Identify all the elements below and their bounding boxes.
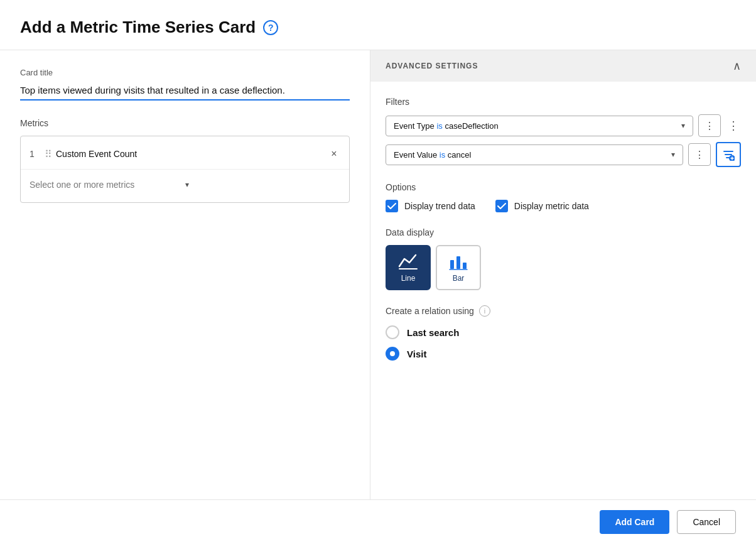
metric-data-label: Display metric data — [514, 201, 589, 211]
trend-data-label: Display trend data — [404, 201, 475, 211]
metrics-label: Metrics — [20, 118, 350, 128]
metrics-divider — [21, 169, 349, 170]
data-display-section: Data display Line — [386, 227, 741, 290]
filter1-more-button[interactable]: ⋮ — [698, 114, 721, 137]
add-filter-button[interactable] — [716, 142, 741, 167]
chart-option-line[interactable]: Line — [386, 245, 431, 290]
filter1-text: Event Type is caseDeflection — [394, 121, 499, 131]
filter2-more-button[interactable]: ⋮ — [688, 143, 711, 166]
svg-rect-2 — [450, 260, 454, 269]
left-panel: Card title Metrics 1 ⠿ Custom Event Coun… — [0, 50, 370, 499]
chart-option-bar[interactable]: Bar — [436, 245, 481, 290]
drag-handle-icon[interactable]: ⠿ — [45, 148, 51, 160]
chart-bar-label: Bar — [453, 274, 465, 283]
help-icon[interactable]: ? — [263, 20, 278, 35]
option-metric-data: Display metric data — [495, 200, 589, 212]
relation-info-icon[interactable]: i — [479, 305, 490, 317]
relation-section: Create a relation using i Last search Vi… — [386, 305, 741, 361]
radio-visit-label: Visit — [407, 349, 426, 359]
modal-footer: Add Card Cancel — [0, 499, 756, 544]
modal-header: Add a Metric Time Series Card ? — [0, 0, 756, 50]
collapse-icon: ∧ — [733, 59, 741, 73]
modal-title: Add a Metric Time Series Card — [20, 18, 256, 37]
filter-pill-2[interactable]: Event Value is cancel ▾ — [386, 144, 683, 165]
metric-item: 1 ⠿ Custom Event Count × — [21, 141, 349, 166]
svg-rect-3 — [456, 256, 460, 269]
data-display-label: Data display — [386, 227, 741, 237]
radio-visit: Visit — [386, 347, 741, 361]
add-card-button[interactable]: Add Card — [600, 510, 669, 534]
options-label: Options — [386, 182, 741, 192]
card-title-label: Card title — [20, 68, 350, 77]
chart-options: Line Bar — [386, 245, 741, 290]
radio-last-search: Last search — [386, 325, 741, 339]
filters-label: Filters — [386, 97, 741, 107]
filter-row-1: Event Type is caseDeflection ▾ ⋮ ⋮ — [386, 114, 741, 137]
filter-row-2: Event Value is cancel ▾ ⋮ — [386, 142, 741, 167]
card-title-input[interactable] — [20, 82, 350, 101]
modal-body: Card title Metrics 1 ⠿ Custom Event Coun… — [0, 50, 756, 499]
metrics-container: 1 ⠿ Custom Event Count × Select one or m… — [20, 136, 350, 203]
cancel-button[interactable]: Cancel — [677, 510, 736, 534]
options-row: Display trend data Display metric data — [386, 200, 741, 212]
radio-visit-button[interactable] — [386, 347, 399, 361]
filter2-text: Event Value is cancel — [394, 150, 471, 160]
advanced-settings-header[interactable]: ADVANCED SETTINGS ∧ — [370, 50, 756, 82]
select-metrics-dropdown[interactable]: Select one or more metrics ▾ — [21, 172, 349, 197]
options-section: Options Display trend data — [386, 182, 741, 212]
trend-data-checkbox[interactable] — [386, 200, 398, 212]
radio-last-search-button[interactable] — [386, 325, 399, 339]
chevron-down-icon: ▾ — [185, 180, 341, 189]
metric-name: Custom Event Count — [56, 149, 323, 159]
radio-last-search-label: Last search — [407, 327, 459, 338]
relation-label: Create a relation using — [386, 306, 474, 316]
metric-remove-button[interactable]: × — [328, 148, 340, 160]
filters-section: Filters Event Type is caseDeflection ▾ ⋮… — [386, 97, 741, 167]
filter-pill-1[interactable]: Event Type is caseDeflection ▾ — [386, 116, 693, 136]
relation-header: Create a relation using i — [386, 305, 741, 317]
right-content: Filters Event Type is caseDeflection ▾ ⋮… — [370, 82, 756, 383]
filter1-standalone-more[interactable]: ⋮ — [726, 114, 741, 137]
chart-line-label: Line — [401, 274, 416, 283]
select-metrics-placeholder: Select one or more metrics — [30, 180, 185, 190]
metric-data-checkbox[interactable] — [495, 200, 508, 212]
right-panel: ADVANCED SETTINGS ∧ Filters Event Type i… — [370, 50, 756, 499]
svg-rect-4 — [463, 263, 467, 269]
option-trend-data: Display trend data — [386, 200, 475, 212]
advanced-settings-title: ADVANCED SETTINGS — [386, 62, 478, 70]
metric-number: 1 — [30, 149, 40, 159]
filter1-chevron-icon: ▾ — [681, 121, 685, 130]
filter2-chevron-icon: ▾ — [671, 150, 675, 159]
